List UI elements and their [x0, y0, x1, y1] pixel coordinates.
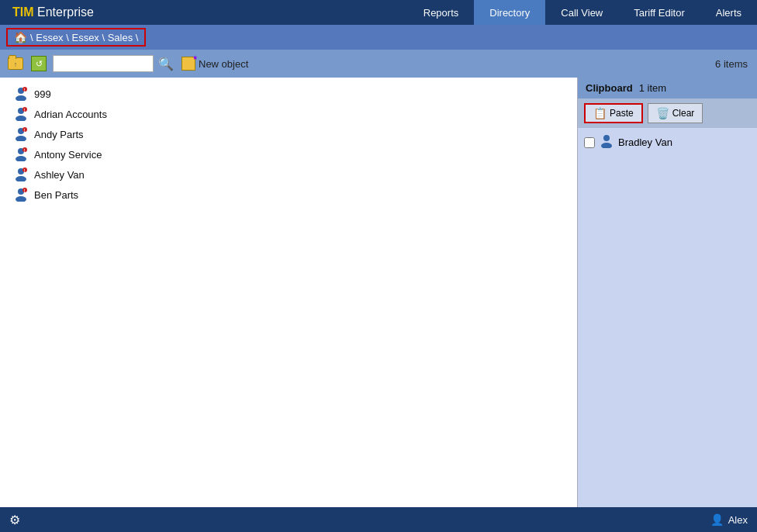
- clipboard-person-icon: [600, 134, 614, 150]
- list-item[interactable]: ! 999: [12, 84, 565, 104]
- clipboard-title: Clipboard: [586, 82, 633, 94]
- list-item[interactable]: ! Adrian Accounts: [12, 104, 565, 124]
- refresh-button[interactable]: ↺: [29, 54, 48, 73]
- clipboard-count: 1 item: [639, 82, 666, 94]
- tab-alerts[interactable]: Alerts: [700, 0, 757, 25]
- clipboard-actions: 📋 Paste 🗑️ Clear: [578, 98, 757, 128]
- list-item[interactable]: ! Ashley Van: [12, 164, 565, 185]
- list-item[interactable]: ! Andy Parts: [12, 124, 565, 144]
- list-item[interactable]: ! Ben Parts: [12, 185, 565, 205]
- item-name: 999: [34, 88, 51, 100]
- item-name: Ben Parts: [34, 189, 78, 201]
- logo-enterprise: Enterprise: [37, 5, 94, 19]
- new-object-button[interactable]: New object: [181, 57, 248, 71]
- clipboard-item-checkbox[interactable]: [584, 137, 595, 148]
- tab-callview[interactable]: Call View: [545, 0, 618, 25]
- list-item[interactable]: ! Antony Service: [12, 144, 565, 164]
- paste-icon: 📋: [593, 107, 607, 119]
- person-icon: !: [14, 127, 28, 141]
- clear-button[interactable]: 🗑️ Clear: [648, 103, 703, 123]
- settings-icon[interactable]: ⚙: [9, 513, 20, 527]
- clipboard-header: Clipboard 1 item: [578, 78, 757, 98]
- clipboard-panel: Clipboard 1 item 📋 Paste 🗑️ Clear Bradle: [577, 78, 757, 507]
- person-icon: !: [14, 107, 28, 121]
- toolbar: ↑ ↺ 🔍 New object 6 items: [0, 50, 757, 78]
- status-bar: ⚙ 👤 Alex: [0, 507, 757, 532]
- user-info: 👤 Alex: [710, 513, 748, 526]
- person-icon: !: [14, 188, 28, 202]
- main-content: ! 999 ! Adrian Accounts !: [0, 78, 757, 507]
- clipboard-items: Bradley Van: [578, 128, 757, 157]
- nav-tabs: Reports Directory Call View Tariff Edito…: [408, 0, 757, 25]
- clipboard-item: Bradley Van: [584, 134, 751, 150]
- up-folder-button[interactable]: ↑: [6, 54, 25, 73]
- new-object-icon: [181, 57, 195, 71]
- paste-label: Paste: [610, 108, 634, 119]
- item-name: Adrian Accounts: [34, 109, 107, 120]
- tab-reports[interactable]: Reports: [408, 0, 475, 25]
- person-icon: !: [14, 147, 28, 161]
- item-name: Antony Service: [34, 149, 102, 161]
- header: TIM Enterprise Reports Directory Call Vi…: [0, 0, 757, 25]
- svg-point-13: [16, 156, 26, 161]
- breadcrumb-bar: 🏠 \ Essex \ Essex \ Sales \: [0, 25, 757, 50]
- logo-tim: TIM: [12, 5, 34, 19]
- clipboard-item-name: Bradley Van: [618, 136, 672, 148]
- svg-point-17: [16, 176, 26, 181]
- item-name: Ashley Van: [34, 169, 85, 181]
- user-icon: 👤: [710, 513, 724, 526]
- svg-point-24: [603, 135, 610, 141]
- home-icon: 🏠: [14, 31, 27, 43]
- person-icon: !: [14, 87, 28, 101]
- tab-directory[interactable]: Directory: [474, 0, 545, 25]
- app-logo: TIM Enterprise: [0, 5, 106, 19]
- items-count: 6 items: [715, 58, 748, 70]
- item-name: Andy Parts: [34, 129, 84, 140]
- user-name: Alex: [728, 514, 748, 526]
- clear-icon: 🗑️: [656, 107, 669, 119]
- breadcrumb-path: \ Essex \ Essex \ Sales \: [30, 32, 138, 43]
- svg-point-25: [601, 143, 612, 148]
- svg-point-5: [16, 116, 26, 121]
- svg-point-21: [16, 196, 26, 202]
- new-object-label: New object: [199, 58, 248, 70]
- tab-tariff[interactable]: Tariff Editor: [618, 0, 700, 25]
- refresh-icon: ↺: [31, 56, 47, 71]
- search-input[interactable]: [53, 55, 154, 72]
- up-folder-icon: ↑: [8, 57, 23, 70]
- svg-point-1: [16, 95, 26, 101]
- search-button[interactable]: 🔍: [158, 57, 174, 71]
- paste-button[interactable]: 📋 Paste: [584, 103, 643, 123]
- clear-label: Clear: [672, 108, 695, 119]
- svg-point-9: [16, 136, 26, 141]
- directory-list: ! 999 ! Adrian Accounts !: [0, 78, 577, 507]
- person-icon: !: [14, 168, 28, 181]
- breadcrumb[interactable]: 🏠 \ Essex \ Essex \ Sales \: [6, 28, 146, 47]
